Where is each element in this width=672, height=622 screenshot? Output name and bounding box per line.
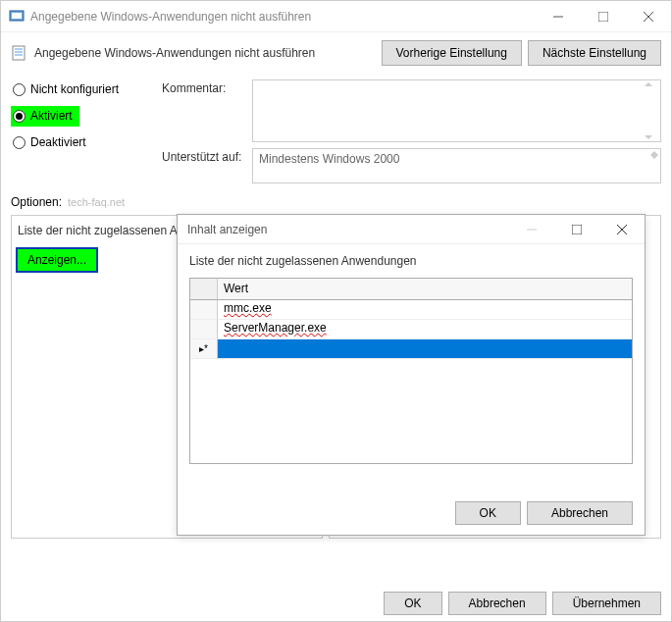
minimize-button[interactable] (536, 1, 581, 31)
comment-label: Kommentar: (162, 81, 252, 142)
cell-value-empty[interactable] (218, 339, 632, 359)
cell-value[interactable]: ServerManager.exe (224, 321, 327, 335)
next-setting-button[interactable]: Nächste Einstellung (528, 40, 661, 66)
scroll-down-icon (645, 135, 652, 139)
supported-on-value: Mindestens Windows 2000 (259, 152, 399, 166)
window-title: Angegebene Windows-Anwendungen nicht aus… (30, 10, 536, 24)
radio-label: Nicht konfiguriert (30, 82, 119, 96)
dialog-ok-button[interactable]: OK (455, 501, 521, 525)
ok-button[interactable]: OK (384, 592, 441, 615)
radio-not-configured[interactable]: Nicht konfiguriert (11, 79, 156, 100)
table-row-new[interactable]: ▸* (190, 339, 632, 359)
maximize-button[interactable] (581, 1, 626, 31)
dialog-close-button[interactable] (599, 215, 645, 243)
cell-value[interactable]: mmc.exe (224, 301, 272, 315)
table-row[interactable]: ServerManager.exe (190, 320, 632, 339)
state-radio-group: Nicht konfiguriert Aktiviert Deaktiviert (11, 79, 156, 189)
radio-label: Deaktiviert (30, 135, 86, 149)
grid-corner (190, 279, 218, 300)
scrollbar[interactable] (645, 82, 658, 139)
close-button[interactable] (626, 1, 671, 31)
comment-textarea[interactable] (252, 79, 661, 142)
values-grid[interactable]: Wert mmc.exe ServerManager.exe ▸* (189, 278, 633, 464)
dialog-maximize-button[interactable] (554, 215, 599, 243)
policy-name: Angegebene Windows-Anwendungen nicht aus… (34, 46, 376, 60)
policy-header: Angegebene Windows-Anwendungen nicht aus… (1, 32, 671, 79)
options-label: Optionen: (11, 195, 62, 209)
show-contents-dialog: Inhalt anzeigen Liste der nicht zugelass… (177, 214, 646, 536)
previous-setting-button[interactable]: Vorherige Einstellung (382, 40, 522, 66)
dialog-title: Inhalt anzeigen (187, 223, 509, 236)
svg-rect-1 (12, 13, 22, 19)
row-header (190, 320, 218, 339)
table-row[interactable]: mmc.exe (190, 300, 632, 320)
app-icon (9, 9, 25, 25)
dialog-minimize-button[interactable] (509, 215, 554, 243)
column-header-value[interactable]: Wert (218, 279, 632, 300)
new-row-marker: ▸* (190, 339, 218, 359)
svg-rect-11 (572, 225, 582, 234)
show-button[interactable]: Anzeigen... (16, 247, 98, 273)
dialog-cancel-button[interactable]: Abbrechen (527, 501, 633, 525)
apply-button[interactable]: Übernehmen (552, 592, 661, 615)
supported-on-label: Unterstützt auf: (162, 150, 252, 183)
radio-enabled[interactable]: Aktiviert (11, 106, 79, 127)
policy-icon (11, 45, 26, 61)
cancel-button[interactable]: Abbrechen (448, 592, 546, 615)
watermark: tech-faq.net (68, 196, 125, 208)
scroll-down-icon (650, 155, 658, 159)
radio-icon (13, 110, 26, 123)
scrollbar[interactable] (650, 151, 658, 181)
radio-icon (13, 83, 26, 96)
radio-icon (13, 136, 26, 149)
row-header (190, 300, 218, 320)
supported-on-box: Mindestens Windows 2000 (252, 148, 661, 183)
svg-rect-6 (13, 46, 25, 60)
main-titlebar: Angegebene Windows-Anwendungen nicht aus… (1, 1, 671, 32)
dialog-titlebar: Inhalt anzeigen (178, 215, 645, 244)
radio-label: Aktiviert (30, 109, 73, 123)
svg-rect-3 (598, 12, 608, 22)
radio-disabled[interactable]: Deaktiviert (11, 132, 156, 153)
scroll-up-icon (645, 82, 652, 86)
dialog-label: Liste der nicht zugelassenen Anwendungen (189, 254, 633, 268)
